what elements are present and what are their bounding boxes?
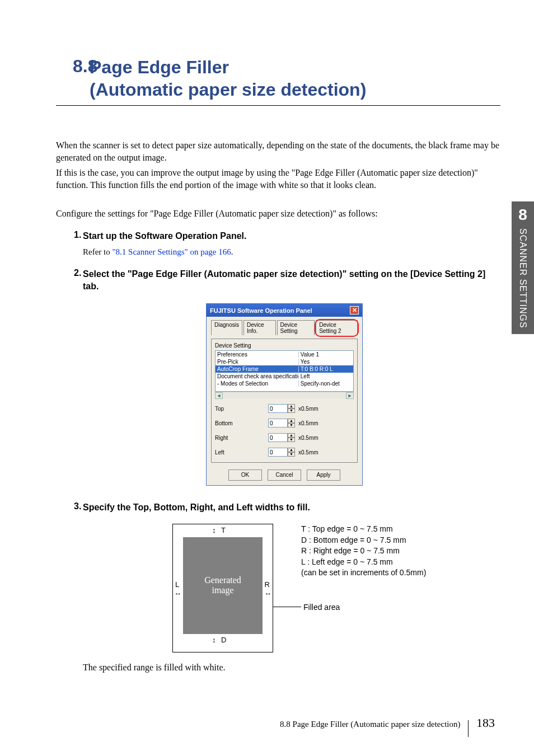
tab-device-setting-2[interactable]: Device Setting 2 [316,320,358,335]
step-1-refer-prefix: Refer to [83,247,112,256]
arrow-v-icon: ↕ [212,636,216,644]
field-bottom-unit: x0.5mm [298,420,318,426]
cancel-button[interactable]: Cancel [268,469,301,481]
field-top-unit: x0.5mm [298,406,318,412]
section-title: Page Edge Filler (Automatic paper size d… [90,56,366,101]
step-3-number: 3. [56,501,83,673]
field-bottom-input[interactable] [268,419,288,428]
list-cell: Value 1 [298,351,352,358]
step-1-title: Start up the Software Operation Panel. [83,230,500,242]
list-row: PreferencesValue 1 [216,351,353,358]
list-row: Pre-PickYes [216,358,353,365]
legend-D: D : Bottom edge = 0 ~ 7.5 mm [301,535,426,546]
footer-divider [468,720,469,737]
list-row: Document check area specification for ..… [216,373,353,380]
step-2-title: Select the "Page Edge Filler (Automatic … [83,268,500,292]
horizontal-scrollbar[interactable]: ◄ ► [215,392,354,398]
step-1-number: 1. [56,230,83,257]
field-right-input[interactable] [268,433,288,442]
label-T: T [221,526,226,534]
scroll-left-icon[interactable]: ◄ [215,392,223,399]
callout-line [273,607,301,607]
list-cell: - Modes of Selection [217,381,298,387]
list-row-selected: AutoCrop FrameT:0 B:0 R:0 L [216,365,353,373]
list-cell: Document check area specification for ..… [217,373,298,379]
inner-label-2: image [212,585,233,595]
spin-down-icon[interactable]: ▼ [288,452,295,457]
dialog-title: FUJITSU Software Operation Panel [210,307,312,314]
footer-text: 8.8 Page Edge Filler (Automatic paper si… [280,720,460,729]
list-cell: Preferences [217,351,298,358]
spin-up-icon[interactable]: ▲ [288,448,295,452]
section-title-line1: Page Edge Filler [90,57,229,77]
list-row: - Modes of SelectionSpecify-non-det [216,380,353,387]
arrow-v-icon: ↕ [212,526,216,534]
field-top-label: Top [215,406,268,412]
settings-list[interactable]: PreferencesValue 1 Pre-PickYes AutoCrop … [215,350,354,392]
chapter-side-tab: 8 SCANNER SETTINGS [512,201,534,334]
spin-down-icon[interactable]: ▼ [288,438,295,442]
tab-device-setting-2-label: Device Setting 2 [319,322,341,334]
legend-R: R : Right edge = 0 ~ 7.5 mm [301,546,426,557]
field-right-unit: x0.5mm [298,435,318,441]
field-left-label: Left [215,449,268,456]
field-left-input[interactable] [268,448,288,457]
field-bottom-label: Bottom [215,420,268,426]
intro-paragraph-2: If this is the case, you can improve the… [56,167,500,192]
spin-down-icon[interactable]: ▼ [288,423,295,428]
field-right-label: Right [215,435,268,441]
list-cell: Left [298,373,352,379]
legend-increment: (can be set in increments of 0.5mm) [301,567,426,579]
page-number: 183 [476,716,495,730]
edge-filler-diagram: Generatedimage T ↕ D ↕ L ↔ R ↔ [172,524,273,652]
step-2-number: 2. [56,268,83,486]
list-cell: Yes [298,359,352,365]
step-3-title: Specify the Top, Bottom, Right, and Left… [83,501,500,514]
configure-instruction: Configure the settings for "Page Edge Fi… [56,209,500,219]
apply-button[interactable]: Apply [307,469,340,481]
close-icon[interactable]: ✕ [350,306,359,314]
step-1-reference: Refer to "8.1 Scanner Settings" on page … [83,247,500,257]
list-cell: Pre-Pick [217,359,298,365]
ok-button[interactable]: OK [228,469,262,481]
tab-diagnosis[interactable]: Diagnosis [211,320,242,335]
generated-image-area: Generatedimage [183,537,263,634]
software-operation-panel-dialog: FUJITSU Software Operation Panel ✕ Diagn… [206,303,363,486]
scanner-settings-link[interactable]: "8.1 Scanner Settings" on page 166 [112,247,231,256]
spin-down-icon[interactable]: ▼ [288,408,295,413]
field-left-unit: x0.5mm [298,449,318,456]
section-title-line2: (Automatic paper size detection) [90,79,366,100]
filled-area-label: Filled area [303,602,340,613]
legend-L: L : Left edge = 0 ~ 7.5 mm [301,557,426,568]
arrow-h-icon: ↔ [174,589,181,598]
dialog-section-label: Device Setting [215,342,354,349]
step-3-note: The specified range is filled with white… [83,663,500,673]
scroll-right-icon[interactable]: ► [346,392,354,399]
label-D: D [221,636,226,644]
page-footer: 8.8 Page Edge Filler (Automatic paper si… [0,716,534,734]
legend-T: T : Top edge = 0 ~ 7.5 mm [301,524,426,535]
intro-paragraph-1: When the scanner is set to detect paper … [56,139,500,165]
label-R: R [265,580,270,589]
spin-up-icon[interactable]: ▲ [288,419,295,423]
chapter-name: SCANNER SETTINGS [518,228,528,328]
field-top-input[interactable] [268,404,288,413]
spin-up-icon[interactable]: ▲ [288,404,295,408]
tab-device-setting[interactable]: Device Setting [277,320,315,335]
step-1-refer-suffix: . [231,247,233,256]
label-L: L [175,580,179,589]
list-cell: T:0 B:0 R:0 L [298,366,352,372]
section-number: 8.8 [56,56,90,77]
list-cell: AutoCrop Frame [217,366,298,372]
heading-rule [56,105,500,106]
list-cell: Specify-non-det [298,381,352,387]
chapter-number: 8 [512,206,534,224]
tab-device-info[interactable]: Device Info. [243,320,276,335]
spin-up-icon[interactable]: ▲ [288,433,295,438]
inner-label-1: Generated [204,575,241,585]
arrow-h-icon: ↔ [264,589,271,598]
